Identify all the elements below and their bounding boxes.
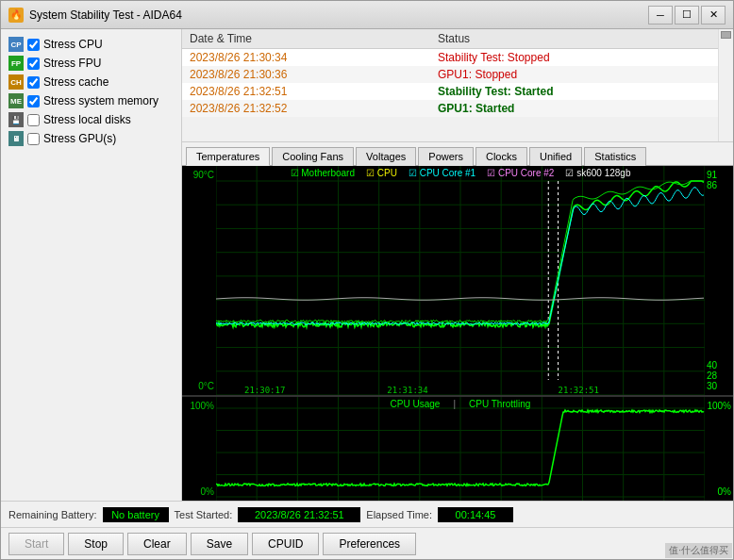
log-row: 2023/8/26 21:32:52 GPU1: Started — [182, 100, 718, 117]
log-status: Stability Test: Started — [430, 83, 718, 100]
tabs-bar: TemperaturesCooling FansVoltagesPowersCl… — [182, 142, 733, 166]
temp-y-bottom: 0°C — [184, 381, 214, 391]
log-scrollbar[interactable] — [718, 29, 733, 141]
tabs-container: TemperaturesCooling FansVoltagesPowersCl… — [186, 146, 648, 165]
stress-label-3: Stress system memory — [43, 94, 158, 107]
legend-sep: | — [453, 399, 456, 409]
temp-right-values: 91 86 40 28 30 — [705, 166, 733, 395]
stress-icon-0: CP — [8, 37, 24, 52]
log-datetime: 2023/8/26 21:32:52 — [182, 100, 430, 117]
temp-y-top: 90°C — [184, 170, 214, 180]
stress-icon-4: 💾 — [8, 112, 24, 127]
temp-val-91: 91 — [707, 170, 731, 180]
main-content: CP Stress CPU FP Stress FPU CH Stress ca… — [1, 29, 733, 501]
window-controls: ─ ☐ ✕ — [648, 6, 726, 25]
stress-label-2: Stress cache — [43, 75, 108, 89]
col-datetime: Date & Time — [182, 29, 430, 49]
stress-icon-5: 🖥 — [8, 131, 24, 146]
cpu-chart-main: CPU Usage | CPU Throttling — [216, 397, 705, 501]
legend-cpu: ☑ CPU — [366, 168, 397, 178]
cpu-throttle-label: CPU Throttling — [469, 399, 530, 409]
elapsed-value: 00:14:45 — [438, 507, 513, 522]
stress-label-4: Stress local disks — [43, 113, 131, 126]
tab-voltages[interactable]: Voltages — [356, 147, 416, 166]
save-button[interactable]: Save — [191, 533, 248, 555]
start-button[interactable]: Start — [8, 533, 64, 555]
temp-chart-canvas — [216, 166, 705, 395]
cpu-usage-label: CPU Usage — [391, 399, 441, 409]
stress-item-1[interactable]: FP Stress FPU — [5, 54, 177, 73]
stress-label-5: Stress GPU(s) — [43, 132, 116, 145]
app-icon: 🔥 — [8, 8, 24, 23]
close-button[interactable]: ✕ — [701, 6, 726, 25]
stress-icon-2: CH — [8, 74, 24, 90]
preferences-button[interactable]: Preferences — [323, 533, 416, 555]
legend-sk: ☑ sk600 128gb — [565, 168, 630, 178]
log-table-container[interactable]: Date & Time Status 2023/8/26 21:30:34 St… — [182, 29, 718, 141]
right-panel: Date & Time Status 2023/8/26 21:30:34 St… — [182, 29, 733, 501]
stress-icon-1: FP — [8, 56, 24, 71]
cpu-legend: CPU Usage | CPU Throttling — [216, 399, 705, 409]
log-status: Stability Test: Stopped — [430, 49, 718, 67]
test-started-value: 2023/8/26 21:32:51 — [238, 507, 360, 522]
watermark: 值·什么值得买 — [665, 543, 732, 558]
tab-unified[interactable]: Unified — [529, 147, 582, 166]
log-status: GPU1: Stopped — [430, 66, 718, 83]
temp-legend: ☑ Motherboard ☑ CPU ☑ CPU Core #1 ☑ CPU … — [216, 168, 705, 178]
temp-val-30: 30 — [707, 381, 731, 391]
stress-item-5[interactable]: 🖥 Stress GPU(s) — [5, 129, 177, 148]
cpuid-button[interactable]: CPUID — [252, 533, 319, 555]
tab-temperatures[interactable]: Temperatures — [186, 147, 270, 166]
test-started-label: Test Started: — [175, 509, 233, 520]
stress-label-0: Stress CPU — [43, 38, 103, 51]
legend-core2: ☑ CPU Core #2 — [487, 168, 554, 178]
stress-label-1: Stress FPU — [43, 57, 101, 70]
minimize-button[interactable]: ─ — [648, 6, 673, 25]
temp-val-40: 40 — [707, 360, 731, 371]
cpu-val-bottom: 0% — [707, 486, 731, 497]
tab-powers[interactable]: Powers — [418, 147, 474, 166]
temp-chart-container: 90°C 0°C ☑ Motherboard ☑ CPU ☑ CPU Core … — [182, 166, 733, 395]
elapsed-label: Elapsed Time: — [366, 509, 432, 520]
stress-checkbox-1[interactable] — [27, 58, 40, 70]
cpu-y-bottom: 0% — [184, 486, 214, 497]
tab-clocks[interactable]: Clocks — [475, 147, 527, 166]
log-area: Date & Time Status 2023/8/26 21:30:34 St… — [182, 29, 733, 142]
col-status: Status — [430, 29, 718, 49]
log-datetime: 2023/8/26 21:32:51 — [182, 83, 430, 100]
main-window: 🔥 System Stability Test - AIDA64 ─ ☐ ✕ C… — [0, 0, 734, 560]
stress-checkbox-5[interactable] — [27, 133, 40, 145]
maximize-button[interactable]: ☐ — [675, 6, 699, 25]
clear-button[interactable]: Clear — [127, 533, 187, 555]
tab-statistics[interactable]: Statistics — [584, 147, 646, 166]
charts-area: 90°C 0°C ☑ Motherboard ☑ CPU ☑ CPU Core … — [182, 166, 733, 501]
stress-item-2[interactable]: CH Stress cache — [5, 73, 177, 91]
log-datetime: 2023/8/26 21:30:36 — [182, 66, 430, 83]
stress-item-4[interactable]: 💾 Stress local disks — [5, 110, 177, 129]
stress-checkbox-4[interactable] — [27, 114, 40, 126]
stress-checkbox-0[interactable] — [27, 39, 40, 51]
title-bar: 🔥 System Stability Test - AIDA64 ─ ☐ ✕ — [1, 1, 733, 29]
log-status: GPU1: Started — [430, 100, 718, 117]
battery-label: Remaining Battery: — [8, 509, 97, 520]
stress-options: CP Stress CPU FP Stress FPU CH Stress ca… — [5, 35, 177, 148]
log-body: 2023/8/26 21:30:34 Stability Test: Stopp… — [182, 49, 718, 118]
stress-item-3[interactable]: ME Stress system memory — [5, 91, 177, 110]
log-row: 2023/8/26 21:30:36 GPU1: Stopped — [182, 66, 718, 83]
cpu-val-top: 100% — [707, 401, 731, 411]
stop-button[interactable]: Stop — [68, 533, 124, 555]
battery-value: No battery — [103, 507, 169, 522]
legend-core1: ☑ CPU Core #1 — [409, 168, 475, 178]
log-row: 2023/8/26 21:30:34 Stability Test: Stopp… — [182, 49, 718, 67]
cpu-chart-canvas — [216, 397, 705, 501]
cpu-y-top: 100% — [184, 401, 214, 411]
cpu-chart-container: 100% 0% CPU Usage | CPU Throttling 100% — [182, 397, 733, 501]
temp-chart-main: ☑ Motherboard ☑ CPU ☑ CPU Core #1 ☑ CPU … — [216, 166, 705, 395]
temp-val-28: 28 — [707, 371, 731, 381]
stress-item-0[interactable]: CP Stress CPU — [5, 35, 177, 54]
cpu-y-axis: 100% 0% — [182, 397, 216, 501]
tab-cooling-fans[interactable]: Cooling Fans — [272, 147, 354, 166]
left-panel: CP Stress CPU FP Stress FPU CH Stress ca… — [1, 29, 182, 501]
stress-checkbox-2[interactable] — [27, 76, 40, 89]
stress-checkbox-3[interactable] — [27, 95, 40, 107]
